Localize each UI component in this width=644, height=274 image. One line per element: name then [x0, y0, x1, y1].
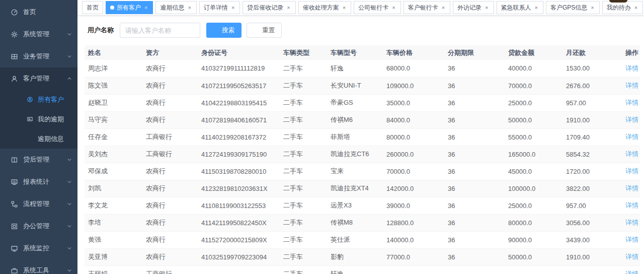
sidebar-item-客户管理[interactable]: 客户管理	[0, 67, 77, 90]
close-icon[interactable]: ×	[590, 5, 595, 11]
table-cell: 55000.0	[505, 128, 562, 146]
table-cell: 二手车	[280, 197, 327, 214]
search-form: 用户名称 搜索 重置	[88, 23, 640, 38]
sidebar-item-系统工具[interactable]: 系统工具	[0, 259, 77, 274]
table-cell: 影豹	[327, 248, 383, 265]
table-cell: 40000.0	[505, 60, 562, 77]
table-cell: 农商行	[142, 231, 198, 248]
sidebar-group-1: 系统管理	[0, 23, 77, 45]
close-icon[interactable]: ×	[342, 5, 347, 11]
detail-link[interactable]: 详情	[625, 270, 638, 274]
detail-link[interactable]: 详情	[625, 184, 638, 192]
sidebar-item-流程管理[interactable]: 流程管理	[0, 193, 77, 215]
tab-外访记录[interactable]: 外访记录×	[453, 1, 494, 14]
sidebar-item-label: 贷后管理	[23, 155, 66, 164]
tab-逾期信息[interactable]: 逾期信息×	[155, 1, 196, 14]
customer-table: 姓名资方身份证号车辆类型车辆型号车辆价格分期期限贷款金额月还款操作 周志洋农商行…	[85, 45, 640, 274]
table-cell	[505, 265, 562, 274]
close-icon[interactable]: ×	[187, 5, 192, 11]
table-cell: 二手车	[280, 146, 327, 163]
table-cell: 41232819810203631X	[198, 180, 280, 197]
column-header-操作: 操作	[622, 45, 640, 60]
close-icon[interactable]: ×	[534, 5, 539, 11]
detail-link[interactable]: 详情	[625, 219, 638, 226]
detail-link[interactable]: 详情	[625, 253, 638, 260]
detail-link[interactable]: 详情	[625, 99, 638, 106]
close-icon[interactable]: ×	[484, 5, 489, 11]
active-tab-dot	[110, 6, 114, 10]
flow-icon	[10, 200, 18, 208]
sidebar-item-业务管理[interactable]: 业务管理	[0, 45, 77, 67]
tab-客户银行卡[interactable]: 客户银行卡×	[404, 1, 450, 14]
detail-link[interactable]: 详情	[625, 64, 638, 72]
table-cell-actions: 详情	[622, 60, 640, 77]
table-cell: 英仕派	[327, 231, 383, 248]
chart-icon	[10, 178, 18, 186]
table-cell: 25000.0	[505, 197, 562, 214]
table-cell-actions: 详情	[622, 146, 640, 163]
table-cell: 142000.0	[383, 180, 444, 197]
detail-link[interactable]: 详情	[625, 82, 638, 89]
sidebar-subitem-所有客户[interactable]: 所有客户	[0, 90, 77, 109]
tab-催收处理方案[interactable]: 催收处理方案×	[298, 1, 351, 14]
sidebar: 首页系统管理业务管理客户管理所有客户我的逾期逾期信息贷后管理报表统计流程管理办公…	[0, 0, 77, 274]
table-cell: 传祺M8	[327, 214, 383, 231]
tab-订单详情[interactable]: 订单详情×	[199, 1, 240, 14]
chevron-down-icon	[66, 201, 72, 207]
close-icon[interactable]: ×	[143, 5, 148, 11]
table-cell: 35000.0	[383, 94, 444, 111]
table-cell: 957.00	[562, 94, 622, 111]
detail-link[interactable]: 详情	[625, 201, 638, 209]
reset-button[interactable]: 重置	[247, 23, 282, 38]
close-icon[interactable]: ×	[441, 5, 446, 11]
table-cell: 3439.00	[562, 231, 622, 248]
detail-link[interactable]: 详情	[625, 116, 638, 123]
table-row: 陈文强农商行410721199505263517二手车长安UNI-T109000…	[85, 77, 640, 94]
sidebar-item-报表统计[interactable]: 报表统计	[0, 171, 77, 193]
sidebar-subitem-我的逾期[interactable]: 我的逾期	[0, 109, 77, 129]
app-window: 首页系统管理业务管理客户管理所有客户我的逾期逾期信息贷后管理报表统计流程管理办公…	[0, 0, 644, 274]
sidebar-item-系统管理[interactable]: 系统管理	[0, 23, 77, 45]
column-header-车辆类型: 车辆类型	[280, 45, 327, 60]
tab-贷后催收记录[interactable]: 贷后催收记录×	[243, 1, 295, 14]
detail-link[interactable]: 详情	[625, 150, 638, 158]
sidebar-item-办公管理[interactable]: 办公管理	[0, 215, 77, 237]
avatar[interactable]	[609, 0, 627, 3]
table-cell: 36	[444, 128, 505, 146]
close-icon[interactable]: ×	[230, 5, 235, 11]
table-cell-actions: 详情	[622, 231, 640, 248]
detail-link[interactable]: 详情	[625, 133, 638, 141]
tab-所有客户[interactable]: 所有客户×	[106, 1, 153, 14]
table-cell	[198, 265, 280, 274]
sidebar-subitem-逾期信息[interactable]: 逾期信息	[0, 129, 77, 149]
tab-客户GPS信息[interactable]: 客户GPS信息×	[546, 1, 600, 14]
tab-紧急联系人[interactable]: 紧急联系人×	[497, 1, 543, 14]
tab-label: 贷后催收记录	[247, 4, 283, 12]
table-cell: 90000.0	[505, 231, 562, 248]
sidebar-group-9: 系统工具	[0, 259, 77, 274]
sidebar-item-系统监控[interactable]: 系统监控	[0, 237, 77, 259]
detail-link[interactable]: 详情	[625, 236, 638, 243]
table-cell: 412724199309175190	[198, 146, 280, 163]
table-cell: 50000.0	[505, 111, 562, 128]
close-icon[interactable]: ×	[286, 5, 291, 11]
tab-首页[interactable]: 首页	[82, 1, 103, 14]
tab-label: 催收处理方案	[303, 4, 339, 12]
tab-我的待办[interactable]: 我的待办×	[602, 1, 643, 14]
table-cell-actions: 详情	[622, 77, 640, 94]
table-cell: 吴亚博	[85, 248, 142, 265]
sidebar-item-贷后管理[interactable]: 贷后管理	[0, 149, 77, 171]
close-icon[interactable]: ×	[633, 5, 638, 11]
tab-公司银行卡[interactable]: 公司银行卡×	[354, 1, 400, 14]
search-button[interactable]: 搜索	[206, 23, 242, 38]
table-cell: 36	[444, 214, 505, 231]
table-cell-actions: 详情	[622, 111, 640, 128]
table-cell: 41142119950822450X	[198, 214, 280, 231]
table-cell: 3056.00	[562, 214, 622, 231]
sidebar-item-首页[interactable]: 首页	[0, 1, 77, 23]
close-icon[interactable]: ×	[391, 5, 396, 11]
table-cell: 邓保成	[85, 163, 142, 180]
search-input[interactable]	[120, 23, 200, 38]
detail-link[interactable]: 详情	[625, 167, 638, 175]
table-cell: 36	[444, 60, 505, 77]
